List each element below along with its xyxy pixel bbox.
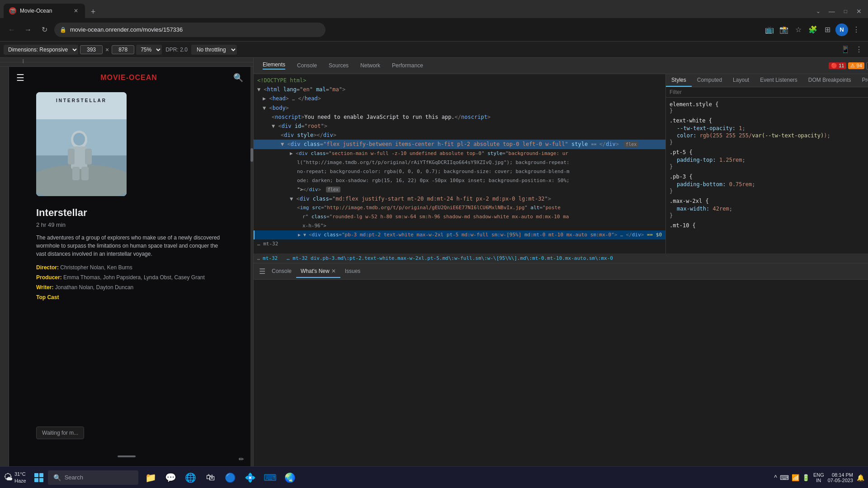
profile-icon[interactable]: N: [835, 23, 848, 36]
drag-handle[interactable]: [118, 455, 136, 457]
styles-content[interactable]: element.style { } .text-white { index.cs…: [666, 98, 868, 253]
width-input[interactable]: [80, 45, 103, 54]
reload-button[interactable]: ↻: [38, 23, 51, 36]
close-button[interactable]: ✕: [854, 8, 864, 15]
style-prop-tw-opacity[interactable]: --tw-text-opacity: 1;: [670, 125, 868, 132]
style-prop-pb[interactable]: padding-bottom: 0.75rem;: [670, 181, 868, 188]
url-bar[interactable]: 🔒 movie-ocean.onrender.com/movies/157336: [54, 23, 326, 37]
taskbar-app-files[interactable]: 📁: [142, 469, 160, 487]
new-tab-button[interactable]: +: [87, 5, 99, 18]
breadcrumb-mt32[interactable]: mt-32: [263, 255, 278, 261]
tab-console[interactable]: Console: [292, 60, 322, 72]
tree-root-div[interactable]: ▼ <div id="root">: [254, 122, 665, 131]
style-selector-pb3[interactable]: .pb-3 {: [670, 174, 693, 180]
extensions-icon[interactable]: ⊞: [821, 23, 834, 36]
taskbar-search[interactable]: 🔍 Search: [48, 470, 138, 485]
language-indicator[interactable]: ENG IN: [813, 472, 824, 483]
style-selector-mt10[interactable]: .mt-10 {: [670, 222, 696, 229]
tree-selected-div[interactable]: ▶ ▼ <div class="pb-3 md:pt-2 text-white …: [254, 230, 665, 239]
tree-section-main[interactable]: ▶ <div class="section-main w-full -z-10 …: [254, 149, 665, 158]
back-button[interactable]: ←: [5, 23, 18, 36]
dpr-label: DPR: 2.0: [165, 47, 188, 53]
styles-tab-properties[interactable]: Properties: [857, 74, 868, 87]
menu-icon[interactable]: ⋮: [850, 23, 863, 36]
tree-head[interactable]: ▶ <head> … </head>: [254, 94, 665, 103]
dimensions-select[interactable]: Dimensions: Responsive: [4, 45, 78, 55]
console-tab-console[interactable]: Console: [267, 265, 296, 278]
styles-tab-layout[interactable]: Layout: [727, 74, 755, 87]
more-icon[interactable]: ⋮: [854, 44, 864, 55]
screenshot-icon[interactable]: 📸: [778, 23, 790, 36]
tree-style-div[interactable]: <div style></div>: [254, 131, 665, 140]
system-tray: ^ ⌨ 📶 🔋: [774, 474, 810, 481]
device-toggle-icon[interactable]: 📱: [839, 44, 852, 55]
tab-network[interactable]: Network: [355, 60, 386, 72]
tree-html[interactable]: ▼ <html lang="en" mal="ma">: [254, 85, 665, 94]
extension-icon[interactable]: 🧩: [807, 23, 819, 36]
taskbar-app-store[interactable]: 🛍: [202, 469, 220, 487]
console-tab-whats-new[interactable]: What's New ✕: [296, 265, 340, 278]
app-content[interactable]: ☰ MOVIE-OCEAN 🔍 INTERSTELLAR: [9, 67, 250, 466]
tab-close-button[interactable]: ✕: [72, 7, 80, 14]
styles-tab-styles[interactable]: Styles: [666, 74, 692, 87]
whats-new-close-icon[interactable]: ✕: [331, 268, 336, 274]
throttle-select[interactable]: No throttling: [191, 45, 237, 55]
director-field: Director: Christopher Nolan, Ken Burns: [36, 264, 223, 271]
chevron-up-icon[interactable]: ^: [774, 474, 777, 481]
tab-list-button[interactable]: ⌄: [814, 6, 822, 16]
tree-noscript[interactable]: <noscript>You need to enable JavaScript …: [254, 113, 665, 122]
tree-body[interactable]: ▼ <body>: [254, 103, 665, 113]
height-input[interactable]: [112, 45, 134, 54]
styles-filter-input[interactable]: [670, 89, 868, 95]
style-prop-maxw[interactable]: max-width: 42rem;: [670, 205, 868, 212]
style-prop-color[interactable]: color: rgb(255 255 255/var(--tw-text-opa…: [670, 132, 868, 139]
taskbar-apps: 📁 💬 🌐 🛍 🔵 💠 ⌨ 🌏: [142, 469, 299, 487]
scrollbar[interactable]: [250, 67, 253, 466]
style-prop-pt[interactable]: padding-top: 1.25rem;: [670, 156, 868, 164]
tree-flex-div[interactable]: ▼ <div class="flex justify-between items…: [254, 140, 665, 149]
taskbar-app-edge[interactable]: 🌐: [182, 469, 200, 487]
taskbar-app-dev[interactable]: 💠: [241, 469, 259, 487]
bookmark-icon[interactable]: ☆: [792, 23, 805, 36]
scrollbar-thumb[interactable]: [250, 148, 253, 162]
tab-elements[interactable]: Elements: [257, 60, 291, 72]
wifi-icon[interactable]: 📶: [792, 474, 799, 481]
taskbar-app-vscode[interactable]: ⌨: [261, 469, 279, 487]
top-cast-label: Top Cast: [36, 294, 59, 300]
start-button[interactable]: [30, 469, 48, 487]
viewport-content: ☰ MOVIE-OCEAN 🔍 INTERSTELLAR: [0, 67, 253, 466]
taskbar-app-chrome[interactable]: 🔵: [222, 469, 240, 487]
html-tree[interactable]: <!DOCTYPE html> ▼ <html lang="en" mal="m…: [254, 74, 665, 253]
console-tab-issues[interactable]: Issues: [340, 265, 365, 278]
director-value: Christopher Nolan, Ken Burns: [60, 264, 132, 271]
style-selector-text-white[interactable]: .text-white {: [670, 117, 712, 124]
breadcrumb-selector[interactable]: … mt-32 div.pb-3.md\:pt-2.text-white.max…: [287, 255, 613, 261]
console-hamburger-icon[interactable]: ☰: [257, 266, 267, 277]
maximize-button[interactable]: □: [841, 8, 850, 14]
tree-mdflex[interactable]: ▼ <div class="md:flex justify-start mt-2…: [254, 194, 665, 203]
search-icon[interactable]: 🔍: [233, 73, 243, 83]
battery-icon[interactable]: 🔋: [802, 474, 810, 481]
active-tab[interactable]: 🎬 Movie-Ocean ✕: [4, 4, 85, 18]
zoom-select[interactable]: 75%: [136, 45, 162, 55]
style-selector-maxw[interactable]: .max-w-2xl {: [670, 198, 709, 204]
cast-icon[interactable]: 📺: [763, 23, 776, 36]
taskbar-app-chat[interactable]: 💬: [162, 469, 180, 487]
styles-tab-computed[interactable]: Computed: [692, 74, 727, 87]
language-icon[interactable]: ⌨: [780, 474, 789, 481]
styles-tab-event-listeners[interactable]: Event Listeners: [755, 74, 803, 87]
taskbar-app-browser2[interactable]: 🌏: [281, 469, 299, 487]
weather-condition: Haze: [14, 478, 26, 484]
forward-button[interactable]: →: [22, 23, 34, 36]
tab-sources[interactable]: Sources: [323, 60, 354, 72]
styles-tab-dom-breakpoints[interactable]: DOM Breakpoints: [803, 74, 857, 87]
tree-img[interactable]: <img src="http://image.tmdb.org/t/p/orig…: [254, 203, 665, 212]
notification-icon[interactable]: 🔔: [857, 474, 864, 481]
tab-performance[interactable]: Performance: [387, 60, 429, 72]
edit-icon[interactable]: ✏: [239, 455, 246, 463]
style-selector-pt5[interactable]: .pt-5 {: [670, 149, 693, 155]
clock[interactable]: 08:14 PM 07-05-2023: [828, 472, 853, 483]
hamburger-menu-icon[interactable]: ☰: [16, 72, 24, 83]
tree-section-main-end[interactable]: "></div> flex: [254, 185, 665, 194]
minimize-button[interactable]: —: [826, 8, 838, 15]
